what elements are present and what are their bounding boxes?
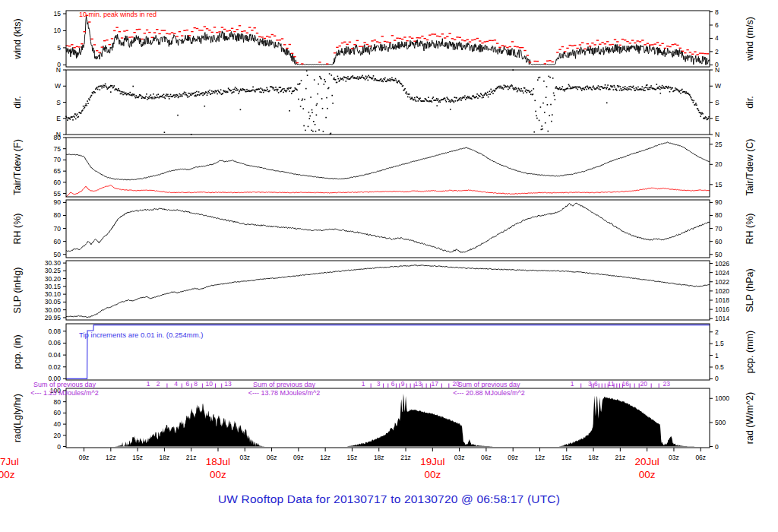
mj-label: 6 <box>391 380 395 388</box>
right-tick-label: 60 <box>715 238 723 245</box>
series-relative-humidity <box>66 203 710 252</box>
date-label: 17Jul <box>0 456 19 467</box>
left-tick-label: 0 <box>57 443 61 451</box>
right-tick-label: 1014 <box>715 315 729 322</box>
panel-slp: 29.9530.0030.0530.1030.1530.2030.2530.30… <box>12 259 755 322</box>
left-tick-label: 90 <box>54 198 62 206</box>
series-tdew <box>66 185 710 198</box>
left-tick-label: 0.02 <box>48 363 61 371</box>
left-tick-label: 70 <box>54 225 62 233</box>
left-tick-label: 80 <box>54 398 62 406</box>
left-tick-label: 0.06 <box>48 339 61 347</box>
left-tick-label: 55 <box>54 190 62 198</box>
x-tick-label: 21z <box>615 454 626 461</box>
right-tick-label: 1020 <box>715 287 729 295</box>
left-axis-title: SLP (inHg) <box>12 268 23 314</box>
panel-annotation: 10 min. peak winds in red <box>79 11 157 18</box>
left-axis-title: rad(Lgly/hr) <box>12 394 23 442</box>
mj-label: 2 <box>157 380 160 388</box>
left-tick-label: 60 <box>54 179 62 186</box>
x-tick-label: 03z <box>239 454 250 461</box>
daily-sum-label: Sum of previous day <box>33 381 96 388</box>
right-tick-label: 1.5 <box>715 340 724 347</box>
x-tick-label: 06z <box>267 454 277 461</box>
x-tick-label: 03z <box>454 454 465 461</box>
right-tick-label: 2 <box>715 48 719 55</box>
left-tick-label: 75 <box>54 145 62 153</box>
mj-label: 6 <box>594 380 598 388</box>
left-tick-label: 30.15 <box>45 283 62 290</box>
right-tick-label: E <box>715 115 719 122</box>
right-axis-title: pcp. (mm) <box>745 331 755 373</box>
series-wind-speed-avg <box>66 16 710 65</box>
date-label-sub: 00z <box>639 469 656 480</box>
right-tick-label: 1024 <box>715 269 729 277</box>
date-label-sub: 00z <box>424 469 441 480</box>
right-axis-title: Tair/Tdew (C) <box>745 138 755 195</box>
mj-label: 17 <box>431 380 438 388</box>
left-tick-label: 20 <box>54 432 62 439</box>
series-tair <box>66 142 710 180</box>
x-tick-label: 06z <box>695 454 706 461</box>
mj-label: 9 <box>401 380 405 388</box>
right-tick-label: 0 <box>715 375 719 382</box>
chart-title: UW Rooftop Data for 20130717 to 20130720… <box>0 492 778 506</box>
x-tick-label: 06z <box>481 454 492 461</box>
series-solar-rad-day1 <box>115 404 265 447</box>
multipanel-weather-chart: 05101502468wind (kts)wind (m/s)10 min. p… <box>0 0 778 490</box>
right-tick-label: 8 <box>715 8 719 16</box>
right-tick-label: 500 <box>715 419 726 426</box>
mj-label: 13 <box>414 380 422 388</box>
right-tick-label: 1000 <box>715 394 729 402</box>
x-tick-label: 09z <box>79 454 90 461</box>
right-tick-label: 0.5 <box>715 363 724 371</box>
daily-sum-value: <--- 20.88 MJoules/m^2 <box>453 389 525 397</box>
right-tick-label: 70 <box>715 225 723 233</box>
right-tick-label: 15 <box>715 181 723 188</box>
rooftop-weather-page: 05101502468wind (kts)wind (m/s)10 min. p… <box>0 0 778 532</box>
date-label: 20Jul <box>635 456 659 467</box>
panel-pcp: 0.000.020.040.060.0800.511.52pcp. (in)pc… <box>12 324 755 382</box>
panel-temp: 556065707580152025Tair/Tdew (F)Tair/Tdew… <box>12 134 755 198</box>
x-tick-label: 15z <box>132 454 143 461</box>
chart-canvas: 05101502468wind (kts)wind (m/s)10 min. p… <box>0 0 778 490</box>
daily-sum-label: Sum of previous day <box>253 381 316 388</box>
mj-label: 3 <box>588 380 592 388</box>
right-tick-label: 25 <box>715 141 723 148</box>
right-tick-label: 20 <box>715 160 723 168</box>
right-tick-label: N <box>715 131 719 138</box>
left-tick-label: 60 <box>54 238 62 245</box>
left-tick-label: 15 <box>54 10 62 17</box>
daily-sum-value: <--- 1.23 MJoules/m^2 <box>30 389 99 397</box>
x-tick-label: 09z <box>508 454 518 461</box>
mj-label: 1 <box>147 380 150 388</box>
right-axis-title: RH (%) <box>745 214 755 245</box>
right-tick-label: 1022 <box>715 278 729 286</box>
left-tick-label: 40 <box>54 420 62 428</box>
left-tick-label: S <box>56 99 61 106</box>
right-tick-label: 50 <box>715 251 723 258</box>
panel-annotation: Tip increments are 0.01 in. (0.254mm.) <box>79 331 203 339</box>
x-tick-label: 18z <box>374 454 384 461</box>
panel-frame <box>66 200 710 258</box>
panel-frame <box>66 261 710 320</box>
x-axis: 09z12z15z18z21z03z06z09z12z15z18z21z03z0… <box>0 448 706 480</box>
mj-label: 20 <box>640 380 647 388</box>
x-tick-label: 03z <box>669 454 679 461</box>
left-tick-label: 30.00 <box>45 306 62 314</box>
date-label-sub: 00z <box>210 469 226 480</box>
left-tick-label: 65 <box>54 167 62 175</box>
daily-sum-label: Sum of previous day <box>457 381 520 388</box>
right-axis-title: rad (W/m^2) <box>745 392 755 444</box>
panel-rh: 50607080905060708090RH (%)RH (%) <box>12 198 755 258</box>
panel-wind: 05101502468wind (kts)wind (m/s)10 min. p… <box>12 8 755 69</box>
left-tick-label: E <box>56 115 61 122</box>
left-tick-label: 0.04 <box>48 351 61 359</box>
left-tick-label: W <box>55 82 61 90</box>
left-tick-label: 30.05 <box>45 298 62 306</box>
mj-label: 23 <box>663 380 670 388</box>
x-tick-label: 18z <box>160 454 170 461</box>
left-tick-label: 70 <box>54 156 62 163</box>
left-axis-title: RH (%) <box>12 214 23 245</box>
panel-frame <box>66 138 710 197</box>
